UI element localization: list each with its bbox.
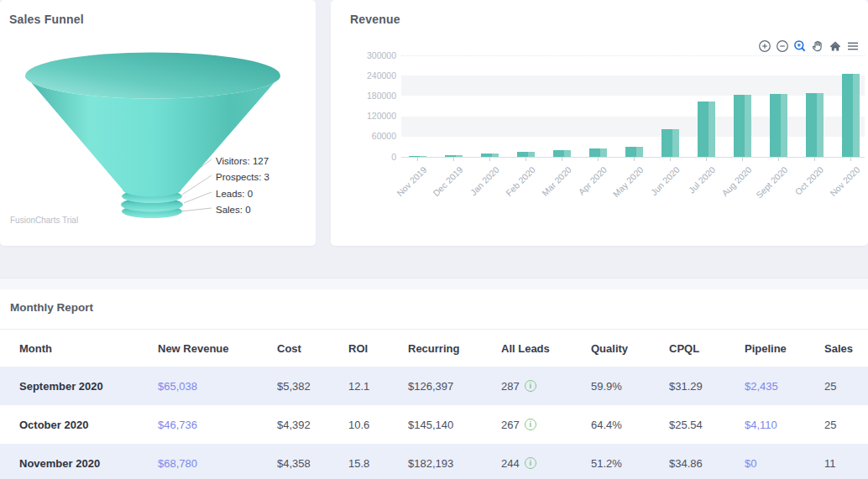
x-axis-tick-label: Oct 2020 <box>793 164 826 197</box>
revenue-bar[interactable] <box>445 155 463 157</box>
all-leads-value: 267 <box>501 419 520 431</box>
column-header-sales: Sales <box>824 342 868 355</box>
monthly-report-title: Monthly Report <box>10 301 93 314</box>
cell-new_revenue[interactable]: $65,038 <box>158 380 277 393</box>
cell-month: November 2020 <box>19 457 158 470</box>
cell-quality: 64.4% <box>591 419 669 431</box>
section-divider <box>0 278 868 289</box>
column-header-new_revenue: New Revenue <box>158 342 277 355</box>
y-axis-tick-label: 0 <box>344 152 396 163</box>
cell-cost: $5,382 <box>277 380 348 393</box>
fusioncharts-watermark[interactable]: FusionCharts Trial <box>10 216 78 225</box>
info-icon[interactable]: i <box>525 380 536 392</box>
revenue-bar[interactable] <box>553 150 571 157</box>
cell-cpql: $31.29 <box>669 380 745 393</box>
x-axis-tick-label: Jan 2020 <box>468 164 500 197</box>
x-axis-tick-label: Dec 2019 <box>431 164 464 198</box>
y-axis-tick-label: 120000 <box>344 111 396 122</box>
x-axis-tick <box>814 158 815 161</box>
cell-all_leads: 267i <box>501 419 591 431</box>
cell-new_revenue[interactable]: $68,780 <box>158 457 277 470</box>
cell-all_leads: 287i <box>501 380 591 393</box>
x-axis-line <box>401 157 865 158</box>
info-icon[interactable]: i <box>525 457 536 469</box>
x-axis-tick <box>489 158 490 161</box>
table-row: November 2020$68,780$4,35815.8$182,19324… <box>0 444 868 479</box>
y-axis-tick-label: 240000 <box>344 70 396 81</box>
sales-funnel-chart[interactable] <box>0 0 316 246</box>
cell-recurring: $145,140 <box>408 419 501 431</box>
revenue-bar[interactable] <box>734 95 751 157</box>
revenue-chart[interactable]: 060000120000180000240000300000Nov 2019De… <box>331 0 868 246</box>
column-header-all_leads: All Leads <box>501 342 591 355</box>
cell-all_leads: 244i <box>501 457 591 470</box>
x-axis-tick-label: Nov 2020 <box>828 164 861 198</box>
column-header-roi: ROI <box>348 342 408 355</box>
cell-recurring: $126,397 <box>408 380 501 393</box>
funnel-label-visitors: Visitors: 127 <box>216 155 269 167</box>
cell-roi: 15.8 <box>348 457 408 470</box>
x-axis-tick <box>453 158 454 161</box>
x-axis-tick <box>526 158 526 161</box>
cell-month: October 2020 <box>19 419 158 431</box>
cell-cpql: $34.86 <box>669 457 745 470</box>
revenue-card: Revenue <box>331 0 868 246</box>
y-axis-tick-label: 60000 <box>344 131 396 142</box>
revenue-bar[interactable] <box>806 93 824 157</box>
cell-sales: 25 <box>824 380 868 393</box>
x-axis-tick <box>670 158 671 161</box>
x-axis-tick <box>562 158 562 161</box>
x-axis-tick-label: Nov 2019 <box>395 164 428 198</box>
cell-sales: 11 <box>824 457 868 470</box>
x-axis-tick-label: Mar 2020 <box>540 164 573 198</box>
cell-quality: 51.2% <box>591 457 669 470</box>
x-axis-tick-label: Apr 2020 <box>577 164 609 197</box>
revenue-bar[interactable] <box>517 152 535 157</box>
x-axis-tick <box>706 158 707 161</box>
x-axis-tick <box>778 158 779 161</box>
funnel-label-leads: Leads: 0 <box>216 188 253 200</box>
cell-cost: $4,392 <box>277 419 348 431</box>
cell-cost: $4,358 <box>277 457 348 470</box>
revenue-bar[interactable] <box>842 74 860 157</box>
x-axis-tick <box>742 158 743 161</box>
cell-pipeline[interactable]: $0 <box>745 457 824 470</box>
cell-pipeline[interactable]: $2,435 <box>745 380 824 393</box>
x-axis-tick-label: Jun 2020 <box>648 164 681 197</box>
revenue-bar[interactable] <box>661 129 679 157</box>
monthly-report-table: MonthNew RevenueCostROIRecurringAll Lead… <box>0 329 868 479</box>
cell-sales: 25 <box>824 419 868 431</box>
x-axis-tick <box>634 158 635 161</box>
column-header-cost: Cost <box>277 342 348 355</box>
column-header-recurring: Recurring <box>408 342 501 355</box>
cell-quality: 59.9% <box>591 380 669 393</box>
revenue-bar[interactable] <box>589 148 607 157</box>
revenue-bar[interactable] <box>625 147 643 157</box>
x-axis-tick-label: Jul 2020 <box>687 164 718 195</box>
column-header-quality: Quality <box>591 342 669 355</box>
cell-pipeline[interactable]: $4,110 <box>745 419 824 431</box>
cell-roi: 12.1 <box>348 380 408 393</box>
cell-cpql: $25.54 <box>669 419 745 431</box>
dashboard-page: Sales Funnel <box>0 0 868 479</box>
monthly-report-section: Monthly Report MonthNew RevenueCostROIRe… <box>0 289 868 479</box>
revenue-bar[interactable] <box>698 102 715 157</box>
info-icon[interactable]: i <box>525 419 536 430</box>
table-row: October 2020$46,736$4,39210.6$145,140267… <box>0 405 868 444</box>
revenue-bar[interactable] <box>770 94 787 157</box>
x-axis-tick-label: Sept 2020 <box>754 164 789 200</box>
x-axis-tick-label: Feb 2020 <box>504 164 537 198</box>
cell-month: September 2020 <box>19 380 158 393</box>
grid-band <box>401 117 865 137</box>
sales-funnel-card: Sales Funnel <box>0 0 316 246</box>
x-axis-tick-label: May 2020 <box>610 164 645 199</box>
y-axis-tick-label: 300000 <box>344 50 396 61</box>
x-axis-tick <box>598 158 599 161</box>
cell-new_revenue[interactable]: $46,736 <box>158 419 277 431</box>
column-header-month: Month <box>19 342 158 355</box>
revenue-bar[interactable] <box>481 154 499 157</box>
cell-recurring: $182,193 <box>408 457 501 470</box>
revenue-bar[interactable] <box>409 156 426 158</box>
funnel-top-face[interactable] <box>25 53 280 99</box>
gridline-top <box>401 55 865 56</box>
